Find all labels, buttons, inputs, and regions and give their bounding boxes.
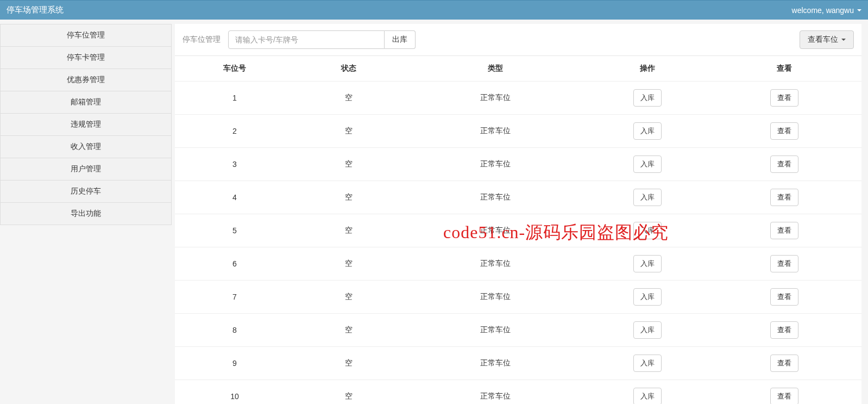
app-title: 停车场管理系统	[7, 5, 64, 15]
cell-op: 入库	[588, 82, 707, 115]
table-row: 10空正常车位入库查看	[175, 380, 861, 405]
th-id: 车位号	[175, 56, 294, 82]
view-button[interactable]: 查看	[770, 189, 798, 206]
cell-id: 10	[175, 380, 294, 405]
cell-status: 空	[294, 347, 403, 380]
sidebar-item-0[interactable]: 停车位管理	[0, 24, 172, 47]
table-row: 1空正常车位入库查看	[175, 82, 861, 115]
cell-view: 查看	[707, 82, 861, 115]
cell-type: 正常车位	[403, 82, 588, 115]
view-button[interactable]: 查看	[770, 122, 798, 140]
cell-id: 3	[175, 148, 294, 181]
enter-button[interactable]: 入库	[633, 222, 662, 239]
sidebar-item-8[interactable]: 导出功能	[0, 203, 172, 225]
cell-op: 入库	[588, 314, 707, 347]
view-button[interactable]: 查看	[770, 89, 798, 107]
cell-id: 9	[175, 347, 294, 380]
sidebar-item-1[interactable]: 停车卡管理	[0, 47, 172, 69]
cell-status: 空	[294, 314, 403, 347]
sidebar-item-6[interactable]: 用户管理	[0, 158, 172, 181]
sidebar-item-4[interactable]: 违规管理	[0, 114, 172, 136]
search-group: 出库	[228, 30, 416, 49]
table-row: 6空正常车位入库查看	[175, 247, 861, 281]
cell-type: 正常车位	[403, 314, 588, 347]
table-row: 4空正常车位入库查看	[175, 181, 861, 214]
table-row: 2空正常车位入库查看	[175, 115, 861, 148]
cell-id: 5	[175, 214, 294, 247]
cell-type: 正常车位	[403, 281, 588, 314]
cell-status: 空	[294, 82, 403, 115]
cell-op: 入库	[588, 347, 707, 380]
cell-type: 正常车位	[403, 347, 588, 380]
enter-button[interactable]: 入库	[633, 122, 662, 140]
main-content: 停车位管理 出库 查看车位 车位号 状态 类型	[172, 20, 868, 404]
th-status: 状态	[294, 56, 403, 82]
cell-view: 查看	[707, 148, 861, 181]
panel-toolbar: 停车位管理 出库 查看车位	[175, 24, 861, 56]
cell-view: 查看	[707, 214, 861, 247]
cell-view: 查看	[707, 314, 861, 347]
enter-button[interactable]: 入库	[633, 388, 662, 404]
th-type: 类型	[403, 56, 588, 82]
cell-view: 查看	[707, 181, 861, 214]
cell-type: 正常车位	[403, 148, 588, 181]
sidebar-item-3[interactable]: 邮箱管理	[0, 91, 172, 114]
cell-op: 入库	[588, 281, 707, 314]
sidebar-item-2[interactable]: 优惠券管理	[0, 69, 172, 91]
view-spots-label: 查看车位	[808, 35, 838, 45]
sidebar-item-5[interactable]: 收入管理	[0, 136, 172, 158]
cell-status: 空	[294, 214, 403, 247]
view-button[interactable]: 查看	[770, 388, 798, 404]
cell-view: 查看	[707, 380, 861, 405]
enter-button[interactable]: 入库	[633, 189, 662, 206]
user-menu[interactable]: welcome, wangwu	[792, 6, 861, 15]
cell-op: 入库	[588, 148, 707, 181]
cell-type: 正常车位	[403, 181, 588, 214]
enter-button[interactable]: 入库	[633, 288, 662, 306]
cell-status: 空	[294, 281, 403, 314]
exit-button[interactable]: 出库	[385, 30, 416, 49]
cell-id: 7	[175, 281, 294, 314]
cell-view: 查看	[707, 115, 861, 148]
table-row: 3空正常车位入库查看	[175, 148, 861, 181]
table-row: 7空正常车位入库查看	[175, 281, 861, 314]
cell-op: 入库	[588, 214, 707, 247]
cell-status: 空	[294, 247, 403, 281]
enter-button[interactable]: 入库	[633, 255, 662, 272]
chevron-down-icon	[841, 39, 846, 41]
sidebar: 停车位管理停车卡管理优惠券管理邮箱管理违规管理收入管理用户管理历史停车导出功能	[0, 20, 172, 404]
enter-button[interactable]: 入库	[633, 156, 662, 173]
cell-type: 正常车位	[403, 214, 588, 247]
view-button[interactable]: 查看	[770, 355, 798, 372]
cell-op: 入库	[588, 247, 707, 281]
cell-view: 查看	[707, 247, 861, 281]
cell-id: 6	[175, 247, 294, 281]
enter-button[interactable]: 入库	[633, 355, 662, 372]
cell-status: 空	[294, 115, 403, 148]
cell-id: 2	[175, 115, 294, 148]
navbar: 停车场管理系统 welcome, wangwu	[0, 0, 868, 20]
cell-status: 空	[294, 380, 403, 405]
view-button[interactable]: 查看	[770, 321, 798, 339]
th-view: 查看	[707, 56, 861, 82]
cell-id: 8	[175, 314, 294, 347]
user-welcome-text: welcome, wangwu	[792, 6, 854, 15]
view-button[interactable]: 查看	[770, 222, 798, 239]
view-button[interactable]: 查看	[770, 156, 798, 173]
enter-button[interactable]: 入库	[633, 89, 662, 107]
th-op: 操作	[588, 56, 707, 82]
cell-type: 正常车位	[403, 247, 588, 281]
cell-op: 入库	[588, 380, 707, 405]
view-button[interactable]: 查看	[770, 255, 798, 272]
enter-button[interactable]: 入库	[633, 321, 662, 339]
cell-id: 4	[175, 181, 294, 214]
cell-type: 正常车位	[403, 115, 588, 148]
sidebar-item-7[interactable]: 历史停车	[0, 181, 172, 203]
view-button[interactable]: 查看	[770, 288, 798, 306]
cell-id: 1	[175, 82, 294, 115]
cell-view: 查看	[707, 347, 861, 380]
parking-table: 车位号 状态 类型 操作 查看 1空正常车位入库查看2空正常车位入库查看3空正常…	[175, 56, 861, 404]
search-input[interactable]	[228, 30, 385, 49]
view-spots-dropdown[interactable]: 查看车位	[800, 30, 854, 49]
panel: 停车位管理 出库 查看车位 车位号 状态 类型	[175, 24, 861, 404]
